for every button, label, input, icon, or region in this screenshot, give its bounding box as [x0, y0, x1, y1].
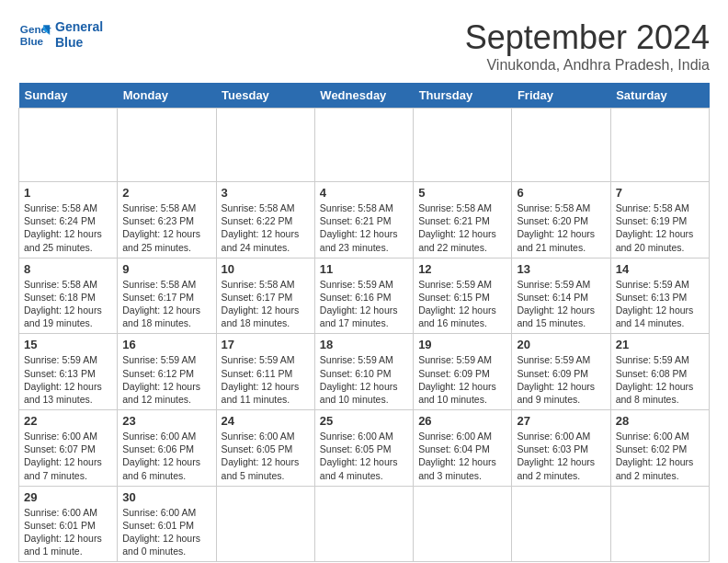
day-info: Sunrise: 5:59 AMSunset: 6:13 PMDaylight:… — [24, 353, 112, 406]
day-info: Sunrise: 5:58 AMSunset: 6:22 PMDaylight:… — [222, 201, 310, 254]
calendar-cell: 29Sunrise: 6:00 AMSunset: 6:01 PMDayligh… — [19, 486, 118, 562]
day-info: Sunrise: 5:59 AMSunset: 6:13 PMDaylight:… — [616, 278, 704, 330]
day-number: 3 — [222, 186, 310, 200]
page-header: General Blue General Blue September 2024… — [18, 18, 710, 74]
logo-icon: General Blue — [18, 18, 51, 52]
day-number: 1 — [24, 186, 112, 200]
calendar-cell — [216, 486, 314, 562]
calendar-cell: 7Sunrise: 5:58 AMSunset: 6:19 PMDaylight… — [610, 182, 709, 259]
calendar-table: SundayMondayTuesdayWednesdayThursdayFrid… — [18, 83, 710, 562]
day-info: Sunrise: 5:59 AMSunset: 6:12 PMDaylight:… — [122, 353, 210, 406]
day-info: Sunrise: 6:00 AMSunset: 6:06 PMDaylight:… — [122, 430, 210, 482]
day-number: 2 — [122, 186, 210, 200]
calendar-cell: 1Sunrise: 5:58 AMSunset: 6:24 PMDaylight… — [19, 182, 118, 259]
day-info: Sunrise: 6:00 AMSunset: 6:05 PMDaylight:… — [320, 430, 408, 482]
calendar-cell: 11Sunrise: 5:59 AMSunset: 6:16 PMDayligh… — [314, 258, 413, 334]
calendar-cell: 28Sunrise: 6:00 AMSunset: 6:02 PMDayligh… — [610, 410, 709, 487]
day-number: 13 — [517, 262, 605, 276]
day-info: Sunrise: 6:00 AMSunset: 6:01 PMDaylight:… — [24, 506, 112, 558]
logo: General Blue General Blue — [18, 18, 103, 52]
day-info: Sunrise: 5:58 AMSunset: 6:18 PMDaylight:… — [24, 278, 112, 330]
day-info: Sunrise: 5:58 AMSunset: 6:19 PMDaylight:… — [616, 201, 704, 254]
day-number: 23 — [122, 414, 210, 428]
calendar-cell: 6Sunrise: 5:58 AMSunset: 6:20 PMDaylight… — [512, 182, 610, 259]
week-row: 15Sunrise: 5:59 AMSunset: 6:13 PMDayligh… — [19, 334, 710, 410]
day-number: 25 — [320, 414, 408, 428]
day-info: Sunrise: 5:58 AMSunset: 6:17 PMDaylight:… — [222, 278, 310, 330]
calendar-cell: 27Sunrise: 6:00 AMSunset: 6:03 PMDayligh… — [512, 410, 610, 487]
day-number: 19 — [418, 338, 506, 351]
day-info: Sunrise: 5:59 AMSunset: 6:09 PMDaylight:… — [418, 353, 506, 406]
day-number: 11 — [320, 262, 408, 276]
calendar-cell: 15Sunrise: 5:59 AMSunset: 6:13 PMDayligh… — [19, 334, 118, 410]
calendar-cell: 26Sunrise: 6:00 AMSunset: 6:04 PMDayligh… — [414, 410, 512, 487]
calendar-cell: 24Sunrise: 6:00 AMSunset: 6:05 PMDayligh… — [216, 410, 314, 487]
day-number: 20 — [517, 338, 605, 351]
calendar-cell: 25Sunrise: 6:00 AMSunset: 6:05 PMDayligh… — [314, 410, 413, 487]
weekday-header: Sunday — [19, 83, 118, 109]
day-number: 21 — [616, 338, 704, 351]
calendar-cell: 20Sunrise: 5:59 AMSunset: 6:09 PMDayligh… — [512, 334, 610, 410]
day-number: 30 — [122, 490, 210, 504]
day-info: Sunrise: 6:00 AMSunset: 6:04 PMDaylight:… — [418, 430, 506, 482]
logo-line2: Blue — [55, 35, 103, 51]
day-number: 8 — [24, 262, 112, 276]
week-row: 1Sunrise: 5:58 AMSunset: 6:24 PMDaylight… — [19, 182, 710, 259]
day-number: 10 — [222, 262, 310, 276]
weekday-header: Friday — [512, 83, 610, 109]
calendar-cell — [314, 486, 413, 562]
svg-text:Blue: Blue — [20, 35, 44, 47]
day-info: Sunrise: 5:59 AMSunset: 6:16 PMDaylight:… — [320, 278, 408, 330]
calendar-cell — [314, 109, 413, 182]
calendar-cell — [610, 486, 709, 562]
weekday-header: Wednesday — [314, 83, 413, 109]
day-number: 24 — [222, 414, 310, 428]
calendar-cell: 4Sunrise: 5:58 AMSunset: 6:21 PMDaylight… — [314, 182, 413, 259]
calendar-cell: 22Sunrise: 6:00 AMSunset: 6:07 PMDayligh… — [19, 410, 118, 487]
weekday-header: Saturday — [610, 83, 709, 109]
day-number: 12 — [418, 262, 506, 276]
day-info: Sunrise: 5:58 AMSunset: 6:21 PMDaylight:… — [418, 201, 506, 254]
calendar-cell: 12Sunrise: 5:59 AMSunset: 6:15 PMDayligh… — [414, 258, 512, 334]
title-block: September 2024 Vinukonda, Andhra Pradesh… — [465, 18, 710, 74]
calendar-cell — [610, 109, 709, 182]
calendar-cell: 19Sunrise: 5:59 AMSunset: 6:09 PMDayligh… — [414, 334, 512, 410]
calendar-cell: 2Sunrise: 5:58 AMSunset: 6:23 PMDaylight… — [118, 182, 216, 259]
calendar-cell — [216, 109, 314, 182]
calendar-cell: 3Sunrise: 5:58 AMSunset: 6:22 PMDaylight… — [216, 182, 314, 259]
calendar-cell: 21Sunrise: 5:59 AMSunset: 6:08 PMDayligh… — [610, 334, 709, 410]
calendar-cell: 16Sunrise: 5:59 AMSunset: 6:12 PMDayligh… — [118, 334, 216, 410]
day-info: Sunrise: 5:58 AMSunset: 6:20 PMDaylight:… — [517, 201, 605, 254]
calendar-cell: 9Sunrise: 5:58 AMSunset: 6:17 PMDaylight… — [118, 258, 216, 334]
month-title: September 2024 — [465, 18, 710, 57]
calendar-cell: 30Sunrise: 6:00 AMSunset: 6:01 PMDayligh… — [118, 486, 216, 562]
weekday-header: Tuesday — [216, 83, 314, 109]
day-number: 7 — [616, 186, 704, 200]
day-info: Sunrise: 6:00 AMSunset: 6:01 PMDaylight:… — [122, 506, 210, 558]
day-number: 29 — [24, 490, 112, 504]
day-info: Sunrise: 5:58 AMSunset: 6:23 PMDaylight:… — [122, 201, 210, 254]
day-info: Sunrise: 5:58 AMSunset: 6:24 PMDaylight:… — [24, 201, 112, 254]
calendar-cell — [414, 109, 512, 182]
calendar-cell — [19, 109, 118, 182]
calendar-cell — [512, 486, 610, 562]
day-number: 14 — [616, 262, 704, 276]
calendar-cell — [512, 109, 610, 182]
day-info: Sunrise: 5:59 AMSunset: 6:09 PMDaylight:… — [517, 353, 605, 406]
day-number: 16 — [122, 338, 210, 351]
week-row: 22Sunrise: 6:00 AMSunset: 6:07 PMDayligh… — [19, 410, 710, 487]
day-number: 22 — [24, 414, 112, 428]
calendar-cell: 14Sunrise: 5:59 AMSunset: 6:13 PMDayligh… — [610, 258, 709, 334]
calendar-cell: 5Sunrise: 5:58 AMSunset: 6:21 PMDaylight… — [414, 182, 512, 259]
calendar-cell: 10Sunrise: 5:58 AMSunset: 6:17 PMDayligh… — [216, 258, 314, 334]
calendar-cell — [118, 109, 216, 182]
day-info: Sunrise: 6:00 AMSunset: 6:03 PMDaylight:… — [517, 430, 605, 482]
weekday-header: Monday — [118, 83, 216, 109]
week-row — [19, 109, 710, 182]
day-number: 18 — [320, 338, 408, 351]
day-number: 6 — [517, 186, 605, 200]
day-info: Sunrise: 5:59 AMSunset: 6:11 PMDaylight:… — [222, 353, 310, 406]
location: Vinukonda, Andhra Pradesh, India — [465, 57, 710, 74]
day-info: Sunrise: 5:58 AMSunset: 6:17 PMDaylight:… — [122, 278, 210, 330]
day-info: Sunrise: 6:00 AMSunset: 6:05 PMDaylight:… — [222, 430, 310, 482]
